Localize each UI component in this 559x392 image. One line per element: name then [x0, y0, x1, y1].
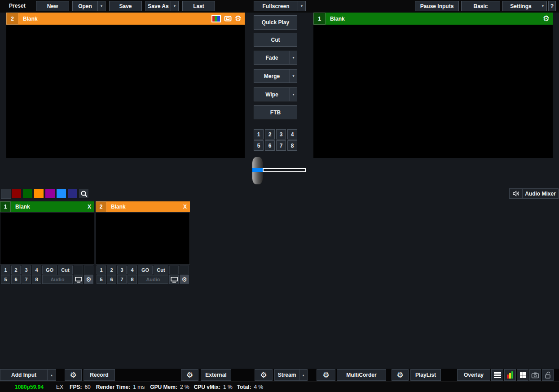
search-button[interactable] — [79, 189, 89, 199]
input-2-overlay-2-button[interactable]: 2 — [107, 266, 116, 274]
input-1-overlay-5-button[interactable]: 5 — [1, 275, 10, 284]
input-1-close-button[interactable]: X — [84, 201, 94, 212]
fullscreen-button[interactable]: Fullscreen ▾ — [254, 1, 306, 11]
settings-dropdown-icon[interactable]: ▾ — [539, 1, 546, 11]
open-button[interactable]: Open ▾ — [72, 1, 106, 11]
input-1-thumbnail[interactable] — [0, 212, 94, 265]
input-2-overlay-4-button[interactable]: 4 — [128, 266, 137, 274]
input-1-overlay-3-button[interactable]: 3 — [22, 266, 31, 274]
playlist-button[interactable]: PlayList — [410, 369, 441, 381]
fullscreen-dropdown-icon[interactable]: ▾ — [298, 1, 305, 11]
multiview-button[interactable] — [517, 369, 528, 381]
playlist-settings-button[interactable]: ⚙ — [392, 369, 409, 381]
unlock-icon — [544, 371, 551, 379]
save-as-dropdown-icon[interactable]: ▾ — [171, 1, 178, 11]
add-input-dropdown-icon[interactable]: ▴ — [47, 370, 56, 380]
merge-dropdown-icon[interactable]: ▾ — [290, 70, 297, 83]
input-1-overlay-7-button[interactable]: 7 — [22, 275, 31, 284]
input-2-cut-button[interactable]: Cut — [154, 266, 168, 274]
new-button[interactable]: New — [36, 1, 69, 11]
wipe-dropdown-icon[interactable]: ▾ — [290, 88, 297, 101]
cut-button[interactable]: Cut — [254, 33, 297, 47]
tbar-handle[interactable] — [252, 157, 263, 184]
input-2-overlay-1-button[interactable]: 1 — [97, 266, 106, 274]
shortcuts-button[interactable] — [491, 369, 503, 381]
input-1-overlay-1-button[interactable]: 1 — [1, 266, 10, 274]
input-2-go-button[interactable]: GO — [138, 266, 153, 274]
filter-orange-swatch[interactable] — [34, 189, 44, 199]
input-2-settings-button[interactable]: ⚙ — [180, 275, 189, 284]
preview-header[interactable]: 2 Blank ⚙ — [6, 13, 245, 25]
stream-dropdown-icon[interactable]: ▴ — [299, 370, 307, 380]
fullscreen-monitor-icon[interactable] — [224, 16, 232, 22]
input-1-overlay-4-button[interactable]: 4 — [32, 266, 41, 274]
lock-button[interactable] — [542, 369, 554, 381]
last-button[interactable]: Last — [182, 1, 215, 11]
input-2-overlay-3-button[interactable]: 3 — [117, 266, 127, 274]
audio-mixer-tab[interactable]: Audio Mixer — [509, 188, 559, 199]
fade-button[interactable]: Fade ▾ — [254, 51, 297, 65]
filter-none-swatch[interactable] — [1, 189, 11, 199]
basic-button[interactable]: Basic — [461, 1, 500, 11]
input-2-overlay-5-button[interactable]: 5 — [97, 275, 106, 284]
colour-bars-icon[interactable] — [211, 15, 221, 22]
input-1-go-button[interactable]: GO — [42, 266, 57, 274]
save-as-button[interactable]: Save As ▾ — [145, 1, 179, 11]
merge-button[interactable]: Merge ▾ — [254, 69, 297, 83]
open-dropdown-icon[interactable]: ▾ — [97, 1, 105, 11]
help-button[interactable]: ? — [548, 1, 556, 11]
filter-navy-swatch[interactable] — [67, 189, 78, 199]
filter-purple-swatch[interactable] — [45, 189, 55, 199]
transition-number-8[interactable]: 8 — [287, 140, 297, 151]
transition-number-3[interactable]: 3 — [276, 129, 286, 139]
input-1-header[interactable]: 1 Blank X — [0, 201, 94, 212]
fade-dropdown-icon[interactable]: ▾ — [290, 51, 297, 64]
input-1-settings-button[interactable]: ⚙ — [84, 275, 93, 284]
program-header[interactable]: 1 Blank ⚙ — [313, 13, 553, 25]
transition-number-2[interactable]: 2 — [265, 129, 275, 139]
input-1-audio-button[interactable]: Audio — [42, 275, 73, 284]
input-1-cut-button[interactable]: Cut — [58, 266, 73, 274]
multicorder-settings-button[interactable]: ⚙ — [317, 369, 335, 381]
stream-settings-button[interactable]: ⚙ — [255, 369, 273, 381]
transition-number-1[interactable]: 1 — [254, 129, 264, 139]
snapshot-button[interactable] — [529, 369, 541, 381]
stream-button[interactable]: Stream ▴ — [274, 369, 308, 381]
record-settings-button[interactable]: ⚙ — [181, 369, 198, 381]
settings-button[interactable]: Settings ▾ — [502, 1, 547, 11]
pause-inputs-button[interactable]: Pause Inputs — [415, 1, 459, 11]
filter-red-swatch[interactable] — [11, 189, 22, 199]
filter-blue-swatch[interactable] — [56, 189, 66, 199]
record-button[interactable]: Record — [84, 369, 115, 381]
transition-number-6[interactable]: 6 — [265, 140, 275, 151]
program-settings-gear-icon[interactable]: ⚙ — [543, 15, 550, 22]
ftb-button[interactable]: FTB — [254, 105, 297, 119]
overlay-button[interactable]: Overlay — [457, 369, 490, 381]
transition-number-4[interactable]: 4 — [287, 129, 297, 139]
input-2-thumbnail[interactable] — [96, 212, 190, 265]
wipe-button[interactable]: Wipe ▾ — [254, 87, 297, 101]
input-1-overlay-2-button[interactable]: 2 — [11, 266, 21, 274]
input-1-overlay-8-button[interactable]: 8 — [32, 275, 41, 284]
input-1-overlay-6-button[interactable]: 6 — [11, 275, 21, 284]
input-1-fullscreen-button[interactable] — [74, 275, 83, 284]
save-button[interactable]: Save — [109, 1, 142, 11]
input-2-overlay-8-button[interactable]: 8 — [128, 275, 137, 284]
transition-number-5[interactable]: 5 — [254, 140, 264, 151]
preview-settings-gear-icon[interactable]: ⚙ — [235, 15, 242, 22]
add-input-button[interactable]: Add Input ▴ — [0, 369, 56, 381]
input-2-overlay-6-button[interactable]: 6 — [107, 275, 116, 284]
transition-number-7[interactable]: 7 — [276, 140, 286, 151]
speaker-icon[interactable] — [510, 189, 523, 198]
audio-meters-button[interactable] — [504, 369, 516, 381]
input-2-close-button[interactable]: X — [180, 201, 190, 212]
input-2-overlay-7-button[interactable]: 7 — [117, 275, 127, 284]
external-button[interactable]: External — [201, 369, 231, 381]
add-input-settings-button[interactable]: ⚙ — [65, 369, 82, 381]
input-2-fullscreen-button[interactable] — [169, 275, 179, 284]
input-2-header[interactable]: 2 Blank X — [96, 201, 190, 212]
quick-play-button[interactable]: Quick Play — [254, 15, 297, 30]
filter-green-swatch[interactable] — [22, 189, 33, 199]
input-2-audio-button[interactable]: Audio — [138, 275, 168, 284]
multicorder-button[interactable]: MultiCorder — [337, 369, 386, 381]
